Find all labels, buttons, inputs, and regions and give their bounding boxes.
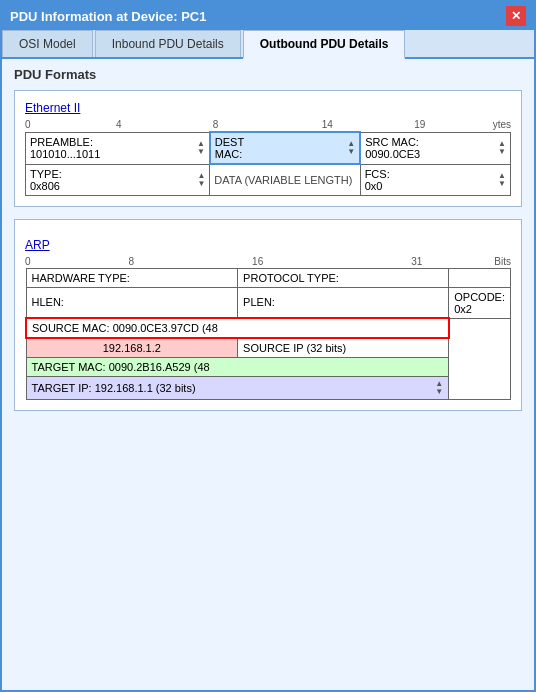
src-mac-cell: SRC MAC:0090.0CE3 ▲▼	[360, 132, 510, 164]
hlen-cell: HLEN:	[26, 287, 238, 318]
preamble-cell: PREAMBLE:101010...1011 ▲▼	[26, 132, 210, 164]
ethernet-row-2: TYPE: 0x806 ▲▼ DATA (VARIABLE LENGTH) FC…	[26, 164, 511, 195]
opcode-cell: OPCODE: 0x2	[449, 287, 511, 318]
arp-section: ARP 0 8 16 31 Bits HARDWARE TYPE: PROTOC…	[14, 219, 522, 412]
hardware-type-cell: HARDWARE TYPE:	[26, 268, 238, 287]
close-button[interactable]: ✕	[506, 6, 526, 26]
ethernet-label: Ethernet II	[25, 101, 80, 115]
data-cell: DATA (VARIABLE LENGTH)	[210, 164, 360, 195]
target-ip-arrows: ▲▼	[435, 380, 443, 396]
main-window: PDU Information at Device: PC1 ✕ OSI Mod…	[0, 0, 536, 692]
window-title: PDU Information at Device: PC1	[10, 9, 207, 24]
arp-row-src-ip: 192.168.1.2 SOURCE IP (32 bits)	[26, 338, 511, 358]
tab-inbound[interactable]: Inbound PDU Details	[95, 30, 241, 57]
ethernet-ruler: 0 4 8 14 19 ytes	[25, 119, 511, 130]
arp-grid: HARDWARE TYPE: PROTOCOL TYPE: HLEN: PLEN…	[25, 268, 511, 401]
protocol-type-cell: PROTOCOL TYPE:	[238, 268, 449, 287]
arp-row-target-ip: TARGET IP: 192.168.1.1 (32 bits) ▲▼	[26, 377, 511, 400]
source-ip-label-cell: SOURCE IP (32 bits)	[238, 338, 449, 358]
tab-bar: OSI Model Inbound PDU Details Outbound P…	[2, 30, 534, 59]
arp-row-hw-proto: HARDWARE TYPE: PROTOCOL TYPE:	[26, 268, 511, 287]
target-ip-cell: TARGET IP: 192.168.1.1 (32 bits) ▲▼	[26, 377, 449, 400]
arp-label: ARP	[25, 238, 50, 252]
source-mac-cell: SOURCE MAC: 0090.0CE3.97CD (48	[26, 318, 449, 338]
ethernet-grid: PREAMBLE:101010...1011 ▲▼ DESTMAC: ▲▼ SR…	[25, 131, 511, 196]
source-ip-value-cell: 192.168.1.2	[26, 338, 238, 358]
plen-cell: PLEN:	[238, 287, 449, 318]
ethernet-row-1: PREAMBLE:101010...1011 ▲▼ DESTMAC: ▲▼ SR…	[26, 132, 511, 164]
arp-row-src-mac: SOURCE MAC: 0090.0CE3.97CD (48	[26, 318, 511, 338]
section-title: PDU Formats	[14, 67, 522, 82]
arp-row-target-mac: TARGET MAC: 0090.2B16.A529 (48	[26, 358, 511, 377]
content-area: PDU Formats Ethernet II 0 4 8 14 19 ytes…	[2, 59, 534, 690]
tab-osi[interactable]: OSI Model	[2, 30, 93, 57]
title-bar: PDU Information at Device: PC1 ✕	[2, 2, 534, 30]
arp-row-hlen-plen-opcode: HLEN: PLEN: OPCODE: 0x2	[26, 287, 511, 318]
type-cell: TYPE: 0x806 ▲▼	[26, 164, 210, 195]
fcs-cell: FCS:0x0 ▲▼	[360, 164, 510, 195]
arp-ruler: 0 8 16 31 Bits	[25, 256, 511, 267]
tab-outbound[interactable]: Outbound PDU Details	[243, 30, 406, 59]
ethernet-section: Ethernet II 0 4 8 14 19 ytes PREAMBLE:10…	[14, 90, 522, 207]
dest-mac-cell: DESTMAC: ▲▼	[210, 132, 360, 164]
target-mac-cell: TARGET MAC: 0090.2B16.A529 (48	[26, 358, 449, 377]
